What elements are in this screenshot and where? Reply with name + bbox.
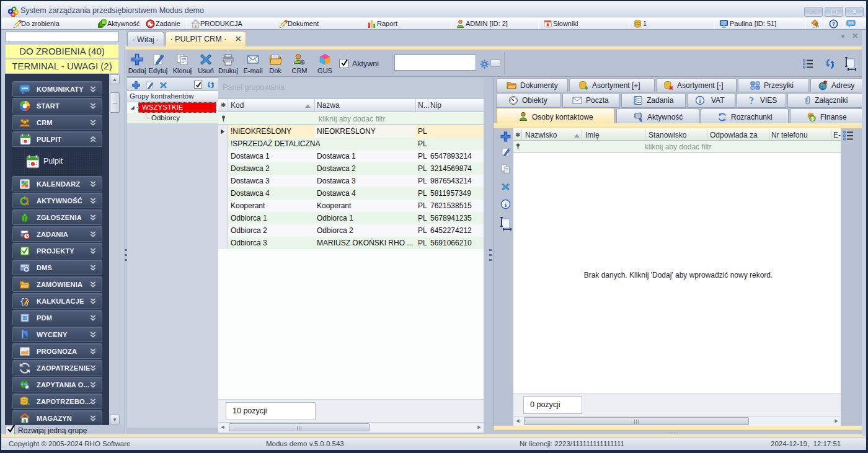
svg-text:?: ? xyxy=(749,95,754,105)
svg-text:?: ? xyxy=(832,21,835,27)
svg-text:i: i xyxy=(699,97,701,104)
svg-text:i: i xyxy=(505,201,507,208)
svg-text:$: $ xyxy=(811,116,814,121)
